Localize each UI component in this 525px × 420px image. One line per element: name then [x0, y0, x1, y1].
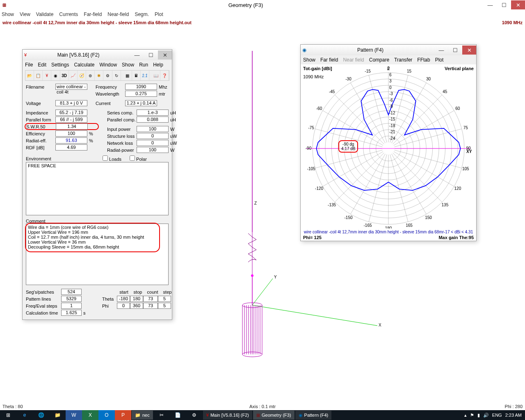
ratio-icon[interactable]: 1:1 — [141, 71, 149, 80]
environment-text[interactable]: FREE SPACE — [26, 162, 169, 215]
main-menu-file[interactable]: File — [25, 62, 33, 68]
run-icon[interactable]: ✱ — [95, 71, 103, 80]
taskbar-pattern[interactable]: ◉Pattern (F4) — [295, 411, 332, 420]
ie-icon[interactable]: e — [16, 410, 33, 420]
main-max[interactable]: ☐ — [144, 50, 158, 59]
menu-show[interactable]: Show — [2, 11, 14, 17]
pattern-window[interactable]: ◉ Pattern (F4) —☐✕ Show Far field Near f… — [300, 44, 477, 241]
frequency-unit: Mhz — [157, 84, 169, 89]
globe-icon[interactable]: ◉ — [51, 71, 60, 80]
pattern-max[interactable]: ☐ — [448, 46, 462, 55]
menu-nearfield[interactable]: Near-field — [107, 11, 129, 17]
powerpoint-icon[interactable]: P — [115, 410, 131, 420]
main-menu-run[interactable]: Run — [139, 62, 148, 68]
help-icon[interactable]: ❓ — [160, 71, 169, 80]
svg-text:-150: -150 — [344, 215, 352, 220]
antenna2-icon[interactable]: ¥ — [43, 71, 51, 80]
svg-line-38 — [394, 129, 461, 147]
taskbar-folder[interactable]: 📁nec — [132, 411, 153, 420]
lang-indicator[interactable]: ENG — [492, 413, 502, 418]
target-icon[interactable]: ⊚ — [86, 71, 95, 80]
menu-segm[interactable]: Segm. — [135, 11, 149, 17]
app-menubar[interactable]: Show View Validate Currents Far-field Ne… — [0, 10, 525, 19]
pattern-menu-compare[interactable]: Compare — [369, 57, 389, 63]
main-min[interactable]: — — [130, 50, 144, 59]
pattern-menu-farfield[interactable]: Far field — [320, 57, 338, 63]
main-window[interactable]: ¥ Main [V5.8.16] (F2) —☐✕ File Edit Sett… — [22, 49, 172, 320]
main-menu-settings[interactable]: Settings — [51, 62, 69, 68]
calc-icon[interactable]: 🖩 — [132, 71, 141, 80]
volume-icon[interactable]: 🔊 — [483, 413, 489, 418]
polar-checkbox[interactable] — [130, 155, 135, 161]
main-menu-window[interactable]: Window — [99, 62, 117, 68]
maximize-button[interactable]: ☐ — [497, 0, 511, 9]
settings-icon[interactable]: ⚙ — [186, 410, 203, 420]
frequency-field[interactable]: 1090 — [125, 84, 157, 90]
main-menu-show[interactable]: Show — [122, 62, 134, 68]
clock[interactable]: 2:23 AM — [505, 413, 522, 418]
book-icon[interactable]: 📖 — [152, 71, 160, 80]
copy-icon[interactable]: 📋 — [34, 71, 43, 80]
main-menu-edit[interactable]: Edit — [38, 62, 46, 68]
pattern-min[interactable]: — — [434, 46, 448, 55]
pattern-menu-fftab[interactable]: FFtab — [417, 57, 430, 63]
notepad-icon[interactable]: 📄 — [170, 410, 186, 420]
pattern-menu-transfer[interactable]: Transfer — [394, 57, 412, 63]
plines-label: Pattern lines — [26, 297, 61, 301]
main-menubar[interactable]: File Edit Settings Calculate Window Show… — [23, 60, 172, 69]
snip-icon[interactable]: ✂ — [153, 410, 170, 420]
status-axis: Axis : 0.1 mtr — [249, 404, 276, 409]
chrome-icon[interactable]: 🌐 — [33, 410, 49, 420]
polar-plot[interactable]: Tot-gain [dBi] Vertical plane 1090 MHz Z… — [301, 64, 476, 241]
filename-field[interactable]: wire collinear -coil 4t — [55, 84, 87, 90]
pattern-menu-nearfield[interactable]: Near field — [343, 57, 364, 63]
main-menu-help[interactable]: Help — [153, 62, 163, 68]
minimize-button[interactable]: — — [483, 0, 497, 9]
menu-plot[interactable]: Plot — [155, 11, 163, 17]
network-icon[interactable]: ▮ — [477, 413, 480, 418]
pattern-menu-plot[interactable]: Plot — [435, 57, 444, 63]
pattern-close[interactable]: ✕ — [462, 46, 476, 55]
tray-up-icon[interactable]: ▴ — [464, 413, 467, 418]
pattern-menubar[interactable]: Show Far field Near field Compare Transf… — [301, 55, 476, 64]
svg-text:45: 45 — [443, 89, 447, 94]
explorer-icon[interactable]: 📁 — [49, 410, 66, 420]
fsteps-label: Freq/Eval steps — [26, 304, 61, 308]
cog-icon[interactable]: ⚙ — [103, 71, 112, 80]
3d-icon[interactable]: 3D — [60, 71, 69, 80]
pattern-menu-show[interactable]: Show — [303, 57, 315, 63]
taskbar-main[interactable]: ¥Main [V5.8.16] (F2) — [203, 411, 252, 420]
close-button[interactable]: ✕ — [511, 0, 525, 9]
menu-validate[interactable]: Validate — [36, 11, 53, 17]
system-tray[interactable]: ▴ ⚑ ▮ 🔊 ENG 2:23 AM — [464, 413, 525, 418]
main-close[interactable]: ✕ — [158, 50, 172, 59]
menu-view[interactable]: View — [20, 11, 30, 17]
excel-icon[interactable]: X — [82, 410, 98, 420]
start-button[interactable]: ⊞ — [0, 410, 16, 420]
pattern-icon: ◉ — [302, 47, 306, 53]
svg-text:60: 60 — [455, 106, 460, 111]
phi-start: 0 — [117, 303, 130, 309]
comment-label: Comment — [26, 219, 169, 224]
flag-icon[interactable]: ⚑ — [470, 413, 474, 418]
menu-currents[interactable]: Currents — [59, 11, 78, 17]
taskbar-geometry[interactable]: ⊞Geometry (F3) — [253, 411, 294, 420]
pattern-titlebar[interactable]: ◉ Pattern (F4) —☐✕ — [301, 45, 476, 55]
theta-label: Theta — [102, 297, 117, 301]
loads-checkbox[interactable] — [103, 155, 108, 161]
open-icon[interactable]: 📂 — [25, 71, 34, 80]
taskbar[interactable]: ⊞ e 🌐 📁 W X O P 📁nec ✂ 📄 ⚙ ¥Main [V5.8.1… — [0, 410, 525, 420]
grid-icon[interactable]: ▦ — [123, 71, 132, 80]
menu-farfield[interactable]: Far-field — [84, 11, 102, 17]
compass-icon[interactable]: 🧭 — [78, 71, 86, 80]
outlook-icon[interactable]: O — [98, 410, 115, 420]
svg-text:-90: -90 — [306, 146, 312, 151]
word-icon[interactable]: W — [66, 410, 82, 420]
chart-icon[interactable]: 📈 — [69, 71, 78, 80]
main-toolbar[interactable]: 📂📋 ¥◉ 3D📈 🧭⊚ ✱⚙ ↻ ▦🖩 1:1 📖❓ — [25, 70, 169, 81]
main-titlebar[interactable]: ¥ Main [V5.8.16] (F2) —☐✕ — [23, 50, 172, 60]
main-menu-calculate[interactable]: Calculate — [74, 62, 94, 68]
comment-text[interactable]: Wire dia = 1mm (core wire of RG6 coax) U… — [26, 224, 169, 285]
theta-stop: 180 — [130, 296, 143, 302]
sweep-icon[interactable]: ↻ — [112, 71, 121, 80]
